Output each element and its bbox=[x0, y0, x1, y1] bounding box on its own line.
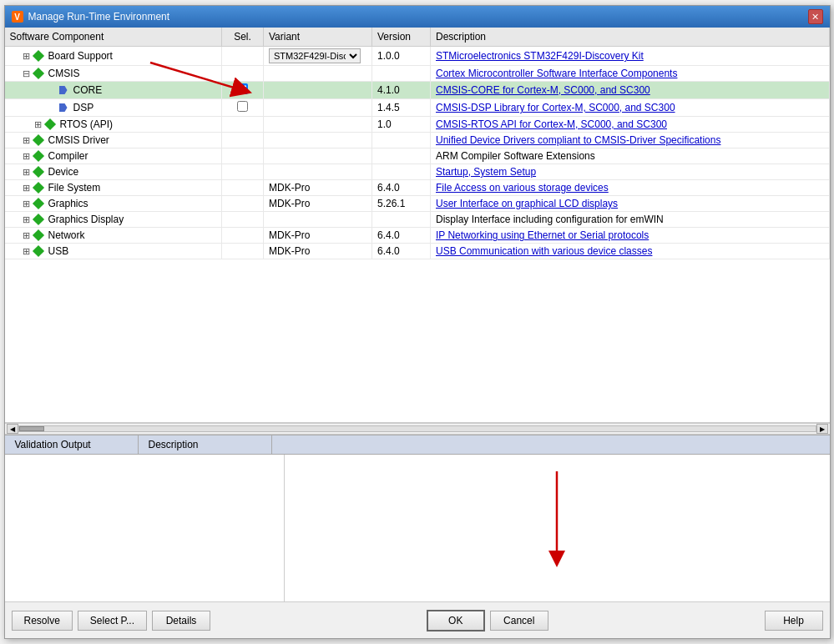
sel-cell bbox=[222, 228, 264, 244]
expand-icon[interactable]: ⊞ bbox=[22, 246, 32, 256]
resolve-button[interactable]: Resolve bbox=[12, 611, 73, 631]
description-link[interactable]: CMSIS-CORE for Cortex-M, SC000, and SC30… bbox=[436, 84, 650, 96]
cancel-button[interactable]: Cancel bbox=[490, 611, 548, 631]
sel-cell bbox=[222, 180, 264, 196]
details-button[interactable]: Details bbox=[152, 611, 210, 631]
variant-select[interactable]: STM32F429I-Disco bbox=[269, 48, 361, 63]
version-cell bbox=[372, 148, 431, 164]
description-cell[interactable]: USB Communication with various device cl… bbox=[431, 244, 830, 259]
sel-cell[interactable] bbox=[222, 82, 264, 99]
description-cell[interactable]: Unified Device Drivers compliant to CMSI… bbox=[431, 133, 830, 148]
expand-icon[interactable]: ⊞ bbox=[22, 183, 32, 193]
description-link[interactable]: IP Networking using Ethernet or Serial p… bbox=[436, 229, 649, 241]
diamond-icon bbox=[32, 198, 43, 209]
table-row: ⊞GraphicsMDK-Pro5.26.1User Interface on … bbox=[5, 196, 830, 212]
component-checkbox[interactable] bbox=[237, 101, 248, 112]
table-row: ⊞Graphics DisplayDisplay Interface inclu… bbox=[5, 212, 830, 228]
expand-icon[interactable]: ⊞ bbox=[33, 119, 43, 129]
description-cell[interactable]: STMicroelectronics STM32F429I-Discovery … bbox=[431, 47, 830, 66]
ok-button[interactable]: OK bbox=[427, 610, 485, 631]
version-cell bbox=[372, 66, 431, 82]
col-header-variant: Variant bbox=[264, 28, 372, 47]
expand-icon[interactable]: ⊞ bbox=[22, 151, 32, 161]
variant-cell bbox=[264, 148, 372, 164]
variant-cell bbox=[264, 117, 372, 133]
scroll-left-btn[interactable]: ◀ bbox=[7, 424, 18, 434]
select-p-button[interactable]: Select P... bbox=[78, 611, 147, 631]
description-link[interactable]: Cortex Microcontroller Software Interfac… bbox=[436, 68, 677, 79]
description-cell[interactable]: IP Networking using Ethernet or Serial p… bbox=[431, 228, 830, 244]
sel-cell bbox=[222, 133, 264, 148]
description-link[interactable]: USB Communication with various device cl… bbox=[436, 245, 652, 257]
components-table-container[interactable]: Software Component Sel. Variant Version … bbox=[5, 28, 830, 423]
component-label: Board Support bbox=[48, 50, 113, 62]
scroll-right-btn[interactable]: ▶ bbox=[816, 424, 828, 434]
diamond-icon bbox=[32, 134, 43, 146]
title-bar-left: V Manage Run-Time Environment bbox=[12, 11, 170, 23]
component-label: CORE bbox=[73, 84, 103, 96]
sel-cell bbox=[222, 196, 264, 212]
version-cell: 6.4.0 bbox=[372, 244, 431, 259]
version-cell: 1.4.5 bbox=[372, 99, 431, 117]
diamond-icon bbox=[32, 245, 43, 257]
description-link[interactable]: Startup, System Setup bbox=[436, 166, 536, 178]
bottom-panel-header: Validation Output Description bbox=[5, 435, 830, 455]
component-label: Device bbox=[48, 166, 79, 178]
description-cell[interactable]: Cortex Microcontroller Software Interfac… bbox=[431, 66, 830, 82]
component-checkbox[interactable] bbox=[237, 83, 248, 94]
horizontal-scrollbar[interactable]: ◀ ▶ bbox=[5, 423, 830, 435]
version-cell: 4.1.0 bbox=[372, 82, 431, 99]
expand-icon[interactable]: ⊞ bbox=[22, 214, 32, 224]
variant-cell: MDK-Pro bbox=[264, 228, 372, 244]
component-label: CMSIS Driver bbox=[48, 134, 109, 146]
table-row: DSP1.4.5CMSIS-DSP Library for Cortex-M, … bbox=[5, 99, 830, 117]
scrollbar-track[interactable] bbox=[18, 425, 816, 432]
description-link[interactable]: File Access on various storage devices bbox=[436, 182, 609, 194]
variant-cell: MDK-Pro bbox=[264, 180, 372, 196]
description-cell[interactable]: CMSIS-DSP Library for Cortex-M, SC000, a… bbox=[431, 99, 830, 117]
expand-icon[interactable]: ⊞ bbox=[22, 230, 32, 240]
description-link[interactable]: CMSIS-RTOS API for Cortex-M, SC000, and … bbox=[436, 118, 667, 130]
description-link[interactable]: STMicroelectronics STM32F429I-Discovery … bbox=[436, 50, 644, 62]
diamond-icon bbox=[32, 182, 43, 194]
description-cell[interactable]: Startup, System Setup bbox=[431, 164, 830, 180]
description-cell: Display Interface including configuratio… bbox=[431, 212, 830, 228]
variant-cell[interactable]: STM32F429I-Disco bbox=[264, 47, 372, 66]
description-link[interactable]: CMSIS-DSP Library for Cortex-M, SC000, a… bbox=[436, 102, 675, 113]
content-area: Software Component Sel. Variant Version … bbox=[5, 28, 830, 601]
description-link[interactable]: User Interface on graphical LCD displays bbox=[436, 198, 618, 209]
diamond-icon bbox=[32, 166, 43, 178]
bottom-panel-content bbox=[5, 455, 830, 601]
bottom-panel: Validation Output Description bbox=[5, 435, 830, 601]
expand-icon[interactable]: ⊞ bbox=[22, 167, 32, 177]
scrollbar-thumb[interactable] bbox=[19, 426, 44, 431]
help-button[interactable]: Help bbox=[765, 611, 823, 631]
diamond-icon bbox=[43, 118, 55, 130]
expand-icon[interactable]: ⊞ bbox=[22, 199, 32, 209]
table-row: ⊞CompilerARM Compiler Software Extension… bbox=[5, 148, 830, 164]
description-cell[interactable]: CMSIS-CORE for Cortex-M, SC000, and SC30… bbox=[431, 82, 830, 99]
sel-cell bbox=[222, 47, 264, 66]
col-header-component: Software Component bbox=[5, 28, 222, 47]
sel-cell bbox=[222, 244, 264, 259]
version-cell bbox=[372, 212, 431, 228]
description-cell[interactable]: CMSIS-RTOS API for Cortex-M, SC000, and … bbox=[431, 117, 830, 133]
description-label: Description bbox=[139, 435, 272, 454]
tag-icon bbox=[59, 103, 68, 112]
expand-icon[interactable]: ⊟ bbox=[22, 68, 32, 78]
description-cell: ARM Compiler Software Extensions bbox=[431, 148, 830, 164]
version-cell: 1.0.0 bbox=[372, 47, 431, 66]
manage-rte-dialog: V Manage Run-Time Environment ✕ Software… bbox=[4, 5, 831, 639]
diamond-icon bbox=[32, 229, 43, 241]
expand-icon[interactable]: ⊞ bbox=[22, 51, 32, 61]
close-button[interactable]: ✕ bbox=[808, 9, 823, 24]
sel-cell[interactable] bbox=[222, 99, 264, 117]
tag-icon bbox=[59, 86, 68, 94]
description-cell[interactable]: User Interface on graphical LCD displays bbox=[431, 196, 830, 212]
description-link[interactable]: Unified Device Drivers compliant to CMSI… bbox=[436, 134, 720, 146]
description-cell[interactable]: File Access on various storage devices bbox=[431, 180, 830, 196]
table-row: ⊞File SystemMDK-Pro6.4.0File Access on v… bbox=[5, 180, 830, 196]
sel-cell bbox=[222, 66, 264, 82]
table-row: ⊞USBMDK-Pro6.4.0USB Communication with v… bbox=[5, 244, 830, 259]
expand-icon[interactable]: ⊞ bbox=[22, 135, 32, 145]
